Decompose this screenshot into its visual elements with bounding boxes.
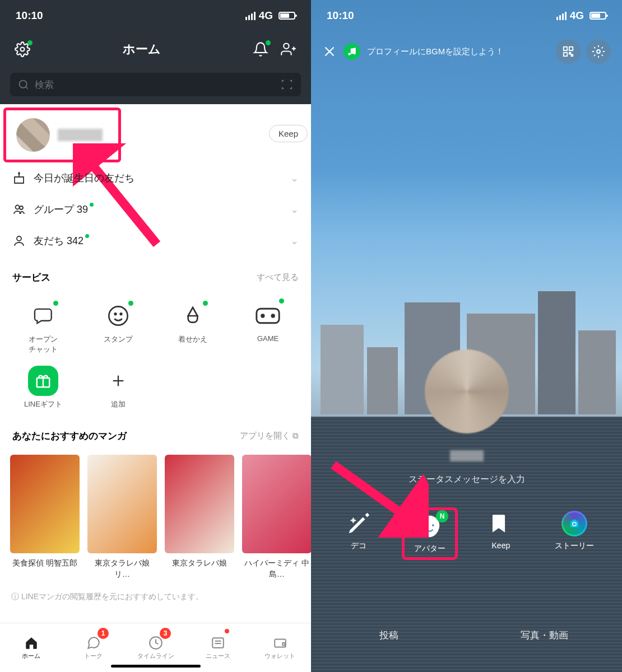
svg-point-35 bbox=[425, 524, 428, 526]
status-bar: 10:10 4G bbox=[311, 0, 622, 31]
signal-icon bbox=[245, 12, 256, 20]
action-deco[interactable]: デコ bbox=[331, 511, 387, 557]
svg-point-14 bbox=[262, 315, 264, 317]
qr-icon[interactable] bbox=[556, 39, 581, 64]
service-game[interactable]: GAME bbox=[230, 295, 305, 360]
network-label: 4G bbox=[259, 10, 273, 22]
profile-screen: 10:10 4G プロフィールにBGMを設定しよう！ bbox=[311, 0, 622, 672]
svg-point-12 bbox=[120, 313, 122, 315]
status-time: 10:10 bbox=[16, 10, 43, 22]
status-right: 4G bbox=[556, 10, 606, 22]
tab-post[interactable]: 投稿 bbox=[311, 621, 467, 650]
manga-cover bbox=[165, 455, 234, 553]
tab-wallet[interactable]: ウォレット bbox=[249, 623, 311, 672]
svg-point-34 bbox=[597, 50, 600, 53]
manga-item[interactable]: 美食探偵 明智五郎 bbox=[10, 455, 80, 580]
manga-cover bbox=[242, 455, 311, 553]
status-message-input[interactable]: ステータスメッセージを入力 bbox=[311, 474, 622, 486]
dark-header: 10:10 4G ホーム bbox=[0, 0, 311, 104]
manga-title: ハイパーミディ 中島… bbox=[242, 558, 311, 580]
svg-point-9 bbox=[17, 236, 21, 241]
manga-item[interactable]: 東京タラレバ娘 bbox=[165, 455, 234, 580]
battery-icon bbox=[278, 12, 295, 20]
timeline-badge: 3 bbox=[160, 628, 171, 639]
manga-title: 美食探偵 明智五郎 bbox=[10, 558, 80, 569]
service-title: サービス bbox=[12, 271, 50, 284]
avatar-face-icon: N bbox=[417, 514, 443, 539]
person-icon bbox=[12, 234, 26, 248]
tab-home[interactable]: ホーム bbox=[0, 623, 62, 672]
profile-highlight bbox=[3, 108, 121, 162]
search-input[interactable]: 検索 bbox=[10, 73, 301, 96]
manga-list[interactable]: 美食探偵 明智五郎東京タラレバ娘 リ…東京タラレバ娘ハイパーミディ 中島… bbox=[0, 450, 311, 584]
service-gift[interactable]: LINEギフト bbox=[6, 360, 81, 415]
manga-item[interactable]: 東京タラレバ娘 リ… bbox=[87, 455, 157, 580]
gift-icon bbox=[28, 366, 58, 396]
tab-bar: ホーム 1 トーク 3 タイムライン ニュース ウォレット bbox=[0, 623, 311, 672]
action-avatar[interactable]: N アバター bbox=[402, 507, 458, 560]
birthday-friends-row[interactable]: 今日が誕生日の友だち ⌄ bbox=[0, 162, 311, 194]
new-badge: N bbox=[436, 510, 448, 522]
group-icon bbox=[12, 203, 26, 216]
manga-item[interactable]: ハイパーミディ 中島… bbox=[242, 455, 311, 580]
svg-point-8 bbox=[20, 206, 23, 209]
see-all-button[interactable]: すべて見る bbox=[257, 272, 299, 283]
manga-cover bbox=[10, 455, 80, 553]
svg-point-27 bbox=[348, 53, 351, 55]
service-grid: オープン チャット スタンプ 着せかえ GAME LINEギフト 追加 bbox=[0, 292, 311, 415]
avatar bbox=[16, 118, 50, 152]
plus-icon bbox=[103, 366, 133, 396]
svg-point-0 bbox=[21, 48, 25, 52]
pencil-sparkle-icon bbox=[346, 511, 372, 536]
svg-point-15 bbox=[272, 315, 274, 317]
manga-title: 東京タラレバ娘 リ… bbox=[87, 558, 157, 580]
profile-actions: デコ N アバター Keep ストーリー bbox=[311, 511, 622, 557]
service-kisekae[interactable]: 着せかえ bbox=[156, 295, 231, 360]
groups-row[interactable]: グループ 39 ⌄ bbox=[0, 194, 311, 225]
search-placeholder: 検索 bbox=[35, 78, 54, 91]
close-icon[interactable] bbox=[322, 44, 337, 59]
profile-bottom-tabs: 投稿 写真・動画 bbox=[311, 621, 622, 650]
svg-point-11 bbox=[114, 313, 116, 315]
manga-title: 東京タラレバ娘 bbox=[165, 558, 234, 569]
svg-line-5 bbox=[26, 87, 28, 89]
action-story[interactable]: ストーリー bbox=[546, 511, 602, 557]
groups-label: グループ 39 bbox=[34, 203, 94, 216]
profile-header: プロフィールにBGMを設定しよう！ bbox=[311, 39, 622, 64]
action-keep[interactable]: Keep bbox=[473, 511, 529, 557]
keep-button[interactable]: Keep bbox=[269, 125, 308, 142]
home-icon bbox=[23, 636, 40, 650]
profile-name bbox=[58, 129, 103, 141]
svg-point-7 bbox=[16, 206, 20, 209]
my-profile-button[interactable] bbox=[6, 110, 118, 160]
add-friend-icon[interactable] bbox=[281, 41, 296, 57]
tab-media[interactable]: 写真・動画 bbox=[467, 621, 623, 650]
bgm-prompt[interactable]: プロフィールにBGMを設定しよう！ bbox=[367, 46, 504, 57]
open-app-button[interactable]: アプリを開く ⧉ bbox=[240, 431, 299, 441]
brush-icon bbox=[178, 301, 208, 331]
bell-icon[interactable] bbox=[253, 41, 268, 57]
profile-avatar[interactable] bbox=[425, 349, 509, 433]
birthday-label: 今日が誕生日の友だち bbox=[34, 171, 134, 185]
friends-row[interactable]: 友だち 342 ⌄ bbox=[0, 225, 311, 256]
service-stamp[interactable]: スタンプ bbox=[81, 295, 156, 360]
svg-point-4 bbox=[20, 81, 27, 88]
friends-label: 友だち 342 bbox=[34, 234, 89, 248]
search-icon bbox=[18, 79, 29, 90]
service-add[interactable]: 追加 bbox=[81, 360, 156, 415]
manga-title: あなたにおすすめのマンガ bbox=[12, 430, 127, 442]
profile-name bbox=[450, 450, 484, 461]
talk-badge: 1 bbox=[98, 628, 109, 639]
story-icon bbox=[561, 511, 587, 536]
settings-icon[interactable] bbox=[15, 41, 30, 57]
settings-icon[interactable] bbox=[586, 39, 611, 64]
wallet-icon bbox=[272, 636, 289, 650]
chevron-down-icon: ⌄ bbox=[290, 203, 299, 216]
home-indicator bbox=[111, 665, 201, 668]
recommendation-note: ⓘ LINEマンガの閲覧履歴を元におすすめしています。 bbox=[0, 584, 311, 610]
service-openchat[interactable]: オープン チャット bbox=[6, 295, 81, 360]
service-header: サービス すべて見る bbox=[0, 256, 311, 292]
scan-icon[interactable] bbox=[281, 78, 293, 91]
battery-icon bbox=[589, 12, 606, 20]
svg-point-1 bbox=[284, 44, 289, 49]
